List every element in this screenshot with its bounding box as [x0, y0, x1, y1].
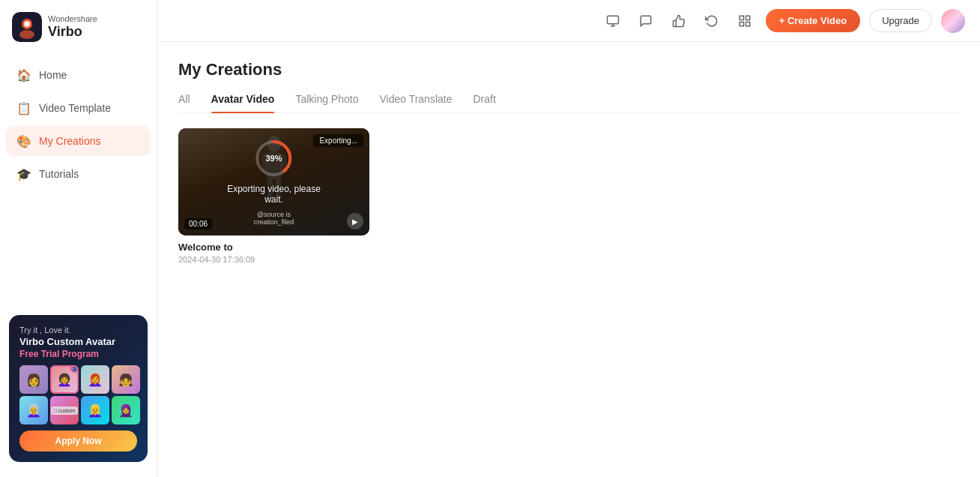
thumbs-up-icon-btn[interactable] — [667, 9, 691, 33]
tab-all[interactable]: All — [178, 93, 190, 112]
video-play-button[interactable]: ▶ — [347, 213, 363, 230]
refresh-icon-btn[interactable] — [700, 9, 724, 33]
header: + Create Video Upgrade — [157, 0, 980, 42]
promo-avatars: 👩 👩‍🦱 👤 👩‍🦰 👧 👩‍🦳 □ custom — [19, 365, 137, 424]
svg-rect-4 — [607, 16, 618, 24]
promo-avatar-4: 👧 — [112, 365, 140, 394]
promo-avatar-7: 👱‍♀️ — [81, 396, 109, 424]
sidebar-item-my-creations-label: My Creations — [39, 135, 100, 147]
brand-bottom-label: Virbo — [48, 24, 97, 40]
svg-rect-7 — [739, 22, 743, 26]
svg-rect-8 — [745, 22, 749, 26]
sidebar-item-tutorials-label: Tutorials — [39, 168, 79, 180]
grid-icon-btn[interactable] — [733, 9, 757, 33]
tab-video-translate[interactable]: Video Translate — [379, 93, 452, 112]
my-creations-icon: 🎨 — [16, 134, 31, 148]
progress-ring: 39% — [255, 139, 294, 178]
promo-avatar-1: 👩 — [19, 365, 48, 394]
brand-top-label: Wondershare — [48, 14, 97, 24]
sidebar-item-video-template[interactable]: 📋 Video Template — [6, 93, 151, 123]
video-card: Exporting... 39% Exporting video, please… — [178, 128, 369, 264]
nav-items: 🏠 Home 📋 Video Template 🎨 My Creations 🎓… — [0, 54, 157, 306]
progress-overlay: 39% Exporting video, please wait. @sourc… — [226, 139, 322, 226]
promo-card: Try it , Love it. Virbo Custom Avatar Fr… — [9, 315, 148, 462]
sidebar-item-tutorials[interactable]: 🎓 Tutorials — [6, 159, 151, 189]
tabs: All Avatar Video Talking Photo Video Tra… — [178, 93, 959, 113]
video-date: 2024-04-30 17:36:09 — [178, 255, 369, 264]
user-avatar[interactable] — [941, 9, 965, 33]
svg-point-2 — [19, 30, 34, 39]
promo-avatar-8: 🧕 — [112, 396, 140, 424]
logo-icon — [12, 12, 42, 42]
promo-avatar-5: 👩‍🦳 — [19, 396, 48, 424]
video-duration: 00:06 — [184, 218, 212, 230]
logo-area: Wondershare Virbo — [0, 0, 157, 54]
tab-talking-photo[interactable]: Talking Photo — [295, 93, 358, 112]
export-subtext: @source iscreation_filed — [254, 211, 294, 226]
tutorials-icon: 🎓 — [16, 166, 31, 182]
sidebar-item-my-creations[interactable]: 🎨 My Creations — [6, 126, 151, 156]
export-text: Exporting video, please wait. — [226, 184, 322, 205]
progress-percent: 39% — [265, 154, 282, 163]
sidebar-item-home-label: Home — [39, 69, 67, 81]
create-video-button[interactable]: + Create Video — [766, 9, 860, 32]
svg-rect-6 — [745, 16, 749, 20]
video-title: Welcome to — [178, 242, 369, 253]
video-grid: Exporting... 39% Exporting video, please… — [178, 128, 959, 264]
promo-avatar-2: 👩‍🦱 👤 — [50, 365, 79, 394]
promo-subtitle: Free Trial Program — [19, 349, 137, 359]
sidebar-bottom: Try it , Love it. Virbo Custom Avatar Fr… — [0, 306, 157, 471]
apply-now-button[interactable]: Apply Now — [19, 430, 137, 452]
upgrade-button[interactable]: Upgrade — [869, 9, 932, 32]
video-template-icon: 📋 — [16, 100, 31, 116]
promo-avatar-3: 👩‍🦰 — [81, 365, 109, 394]
sidebar: Wondershare Virbo 🏠 Home 📋 Video Templat… — [0, 0, 157, 477]
video-thumbnail[interactable]: Exporting... 39% Exporting video, please… — [178, 128, 369, 236]
sidebar-item-video-template-label: Video Template — [39, 102, 111, 114]
main-content: My Creations All Avatar Video Talking Ph… — [157, 42, 980, 477]
home-icon: 🏠 — [16, 68, 31, 82]
page-title: My Creations — [178, 60, 959, 80]
tab-avatar-video[interactable]: Avatar Video — [211, 93, 275, 112]
promo-try-it: Try it , Love it. — [19, 326, 137, 334]
sidebar-item-home[interactable]: 🏠 Home — [6, 60, 151, 90]
logo-text: Wondershare Virbo — [48, 14, 97, 40]
tab-draft[interactable]: Draft — [473, 93, 495, 112]
chat-icon-btn[interactable] — [634, 9, 658, 33]
promo-avatar-6: □ custom — [50, 396, 79, 424]
svg-rect-5 — [739, 16, 743, 20]
promo-title: Virbo Custom Avatar — [19, 336, 137, 347]
monitor-icon-btn[interactable] — [601, 9, 625, 33]
svg-point-3 — [24, 21, 30, 27]
